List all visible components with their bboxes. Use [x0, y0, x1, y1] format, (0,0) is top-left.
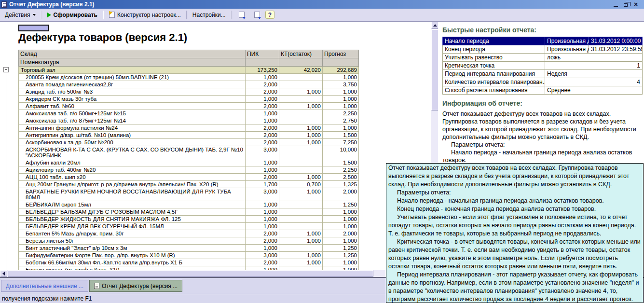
value-cell: 3,750	[323, 81, 359, 88]
group-pik-cell: 173,250	[246, 67, 279, 74]
value-cell: 2,000	[246, 132, 279, 139]
close-button[interactable]: ×	[634, 1, 641, 8]
setting-row[interactable]: Начало периодаПроизвольная д...31.03.201…	[443, 37, 643, 45]
paragraph: Параметры отчета:	[388, 189, 641, 197]
column-header-pik[interactable]: ПИК	[246, 50, 279, 58]
table-row[interactable]: Боботик 66.66мг/мл 30мл Фл.-Кап.т/с капл…	[19, 259, 359, 266]
group-tree-line	[6, 73, 6, 270]
table-row[interactable]: Ацц 200мг Гранулы д/пригот. р-ра д/прием…	[19, 181, 359, 188]
value-cell	[279, 166, 323, 174]
collapse-group-button[interactable]	[3, 67, 9, 72]
value-cell: 2,000	[246, 124, 279, 132]
actions-menu-button[interactable]: Действия	[2, 11, 39, 19]
save-values-button[interactable]	[250, 11, 264, 19]
report-info-title: Информация об отчете:	[442, 99, 643, 107]
value-cell: 1,000	[323, 74, 359, 81]
table-row[interactable]: Алфавит таб. №602,0001,0001,000	[19, 103, 359, 110]
table-row[interactable]: БЕЛЬВЕДЕР БАЛЬЗАМ Д/ГУБ С РОЗОВЫМ МАСЛОМ…	[19, 208, 359, 216]
table-row[interactable]: БЕЛЬВЕДЕР КРЕМ ДЛЯ ВЕК ОГУРЕЧНЫЙ ФЛ. 15М…	[19, 223, 359, 230]
table-row[interactable]: Аванта помада гигиеническая2,8г2,0003,75…	[19, 81, 359, 88]
table-row[interactable]: Афлубин капли 20мл1,0001,500	[19, 159, 359, 166]
paragraph: Период интервала планирования - этот пар…	[388, 271, 641, 303]
table-row[interactable]: Березы листья 50г2,0001,0001,000	[19, 237, 359, 245]
product-name-cell: Алфавит таб. №60	[19, 103, 246, 110]
report-content: Дефектура товаров (версия 2.1) Склад ПИК…	[14, 22, 431, 270]
table-row[interactable]: Антигриппин д/взр. ш/таб. №10 (малина)2,…	[19, 132, 359, 139]
minimize-button[interactable]	[613, 1, 619, 8]
setting-value-cell: 4	[545, 78, 643, 86]
tab-report-defektura[interactable]: Отчет Дефектура (версия ...	[89, 280, 182, 292]
column-header-kt[interactable]: КТ(остаток)	[279, 50, 323, 58]
table-row[interactable]: БЕЛЬВЕДЕР ЖИДКОСТЬ ДЛЯ СНЯТИЯ МАКИЯЖА ФЛ…	[19, 216, 359, 223]
value-cell: 1,000	[246, 117, 279, 124]
quick-settings-table-body: Начало периодаПроизвольная д...31.03.201…	[443, 37, 643, 95]
settings-constructor-button[interactable]: Конструктор настроек...	[106, 11, 184, 19]
table-row[interactable]: Ацикловир таб. 400мг №201,0002,250	[19, 166, 359, 174]
table-row[interactable]: Амоксиклав таб. п/о 875мг+125мг №141,000…	[19, 117, 359, 124]
setting-value-cell: 31.03.2012 23:59:59	[589, 45, 643, 54]
setting-row[interactable]: Учитывать равенстволожь	[443, 54, 643, 62]
help-button[interactable]: ?	[265, 11, 274, 19]
value-cell: 7,250	[323, 139, 359, 146]
value-cell: 1,000	[279, 88, 323, 96]
report-table-body: 208055 Крем д/сосков (от трещин) 50мл.BA…	[19, 74, 359, 271]
table-row[interactable]: АСКОРБИНОВАЯ К-ТА С САХ. (КРУТКА С САХ. …	[19, 146, 359, 159]
product-name-cell: Аскорбиновая к-та др. 50мг №200	[19, 139, 246, 146]
minimize-icon	[614, 6, 618, 7]
product-name-cell: Амоксиклав таб. п/о 500мг+125мг №15	[19, 110, 246, 117]
table-header-row-nomenklatura: Номенклатура	[19, 58, 359, 67]
table-row[interactable]: Бинт эластичный "Эласт" в/р 10см х 3м1,0…	[19, 245, 359, 252]
setting-row[interactable]: Количество интервалов планирован...4	[443, 78, 643, 86]
value-cell: 3,000	[246, 252, 279, 259]
table-row[interactable]: БЕЙБИКАЛМ сироп 15мл1,0001,250	[19, 201, 359, 208]
value-cell: 1,500	[323, 159, 359, 166]
column-header-empty	[323, 58, 359, 67]
scroll-left-button[interactable]	[0, 270, 7, 277]
settings-label: Настройки...	[192, 12, 226, 18]
document-icon	[94, 283, 99, 289]
product-name-cell: БЕЛЬВЕДЕР БАЛЬЗАМ Д/ГУБ С РОЗОВЫМ МАСЛОМ…	[19, 208, 246, 216]
generate-button[interactable]: Сформировать	[44, 11, 100, 19]
product-name-cell: Аванта помада гигиеническая2,8г	[19, 81, 246, 88]
value-cell	[279, 96, 323, 103]
group-row-torgovy-zal[interactable]: Торговый зал 173,250 42,020 292,689	[19, 67, 359, 74]
column-header-nomenklatura[interactable]: Номенклатура	[19, 58, 246, 67]
table-row[interactable]: Аскорбиновая к-та др. 50мг №2002,0001,00…	[19, 139, 359, 146]
selected-cell-indicator[interactable]	[18, 25, 49, 31]
table-row[interactable]: АЦЦ 100 табл. шип х202,0001,0002,500	[19, 174, 359, 181]
column-header-sklad[interactable]: Склад	[19, 50, 246, 58]
column-header-prognoz[interactable]: Прогноз	[323, 50, 359, 58]
settings-button[interactable]: Настройки...	[190, 11, 229, 19]
scroll-up-button[interactable]	[431, 22, 438, 29]
close-icon: ×	[634, 0, 638, 8]
quick-settings-table: Начало периодаПроизвольная д...31.03.201…	[442, 37, 643, 95]
setting-row[interactable]: Конец периодаПроизвольная д...31.03.2012…	[443, 45, 643, 54]
table-row[interactable]: Амоксиклав таб. п/о 500мг+125мг №151,000…	[19, 110, 359, 117]
value-cell	[279, 245, 323, 252]
paragraph: Отчет показывает дефектуру всех товаров …	[442, 110, 644, 141]
table-row[interactable]: Акридерм СК мазь 30г туба1,0001,000	[19, 96, 359, 103]
setting-row[interactable]: Период интервала планированияНеделя	[443, 70, 643, 78]
table-row[interactable]: Бифидумбактерин Форте Пак. пор. д/пр. вн…	[19, 252, 359, 259]
value-cell: 1,325	[323, 181, 359, 188]
table-row[interactable]: 208055 Крем д/сосков (от трещин) 50мл.BA…	[19, 74, 359, 81]
table-row[interactable]: БАРХАТНЫЕ РУЧКИ КРЕМ НОЧНОЙ ВОССТАНАВЛИВ…	[19, 188, 359, 201]
setting-row[interactable]: Кретическая точка1	[443, 62, 643, 70]
restore-button[interactable]	[623, 1, 630, 8]
toolbar-separator	[41, 11, 42, 19]
restore-values-button[interactable]	[234, 11, 249, 19]
vertical-scrollbar-thumb[interactable]	[431, 29, 438, 110]
value-cell	[279, 208, 323, 216]
product-name-cell: БАРХАТНЫЕ РУЧКИ КРЕМ НОЧНОЙ ВОССТАНАВЛИВ…	[19, 188, 246, 201]
horizontal-scrollbar-thumb[interactable]	[8, 270, 373, 277]
table-row[interactable]: Бронхо-мунал 7мг лиоф в Капс. Х101,0001,…	[19, 266, 359, 271]
table-row[interactable]: Азицид таб. п/о 500мг №32,0001,0001,000	[19, 88, 359, 96]
table-row[interactable]: Бепантен 5% Мазь д/наруж. прим. 30г2,000…	[19, 230, 359, 237]
paragraph: Отчет показывает дефектуру всех товаров …	[388, 164, 641, 189]
value-cell: 2,000	[246, 81, 279, 88]
report-left-margin	[0, 22, 14, 270]
value-cell	[279, 81, 323, 88]
tab-additional-external[interactable]: Дополнительные внешние ...	[1, 280, 88, 292]
setting-row[interactable]: Способ расчета планированияСреднее	[443, 86, 643, 95]
table-row[interactable]: Анти-ангин формула пастилки №242,0001,00…	[19, 124, 359, 132]
